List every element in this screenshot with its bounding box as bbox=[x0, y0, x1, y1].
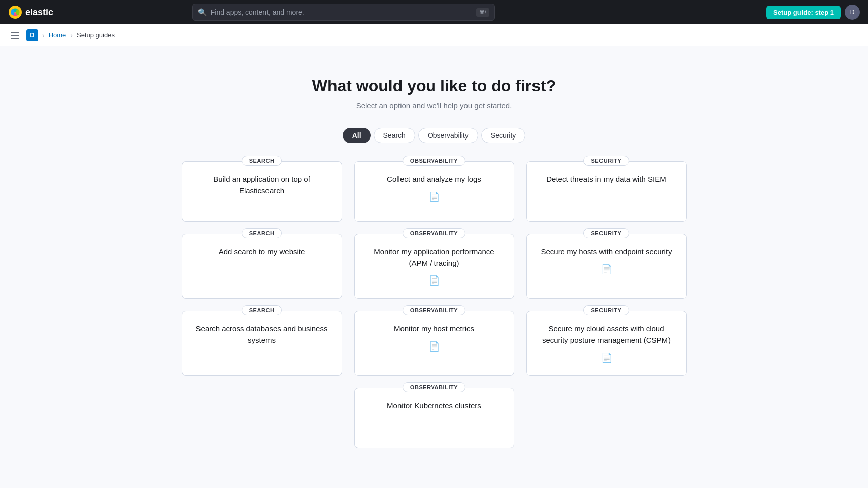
breadcrumb-home-link[interactable]: Home bbox=[49, 31, 66, 39]
card-badge-observability-4: OBSERVABILITY bbox=[403, 382, 465, 392]
page-subtitle: Select an option and we'll help you get … bbox=[356, 101, 512, 110]
breadcrumb-separator: › bbox=[42, 31, 45, 39]
card-monitor-host-metrics[interactable]: OBSERVABILITY Monitor my host metrics 📄 bbox=[354, 311, 514, 376]
card-build-application[interactable]: SEARCH Build an application on top of El… bbox=[182, 161, 342, 222]
svg-point-4 bbox=[16, 9, 20, 15]
card-detect-threats[interactable]: SECURITY Detect threats in my data with … bbox=[526, 161, 687, 222]
document-icon-1: 📄 bbox=[429, 191, 440, 202]
card-badge-search-1: SEARCH bbox=[242, 156, 282, 166]
card-secure-cloud[interactable]: SECURITY Secure my cloud assets with clo… bbox=[526, 311, 687, 376]
elastic-logo[interactable]: elastic bbox=[8, 5, 53, 19]
filter-tab-security[interactable]: Security bbox=[481, 128, 526, 143]
svg-point-0 bbox=[9, 6, 22, 19]
breadcrumb-bar: D › Home › Setup guides bbox=[0, 24, 868, 46]
card-add-search[interactable]: SEARCH Add search to my website bbox=[182, 234, 342, 299]
card-title-secure-cloud: Secure my cloud assets with cloud securi… bbox=[527, 323, 686, 346]
card-badge-search-3: SEARCH bbox=[242, 305, 282, 315]
card-badge-observability-1: OBSERVABILITY bbox=[403, 156, 465, 166]
document-icon-5: 📄 bbox=[601, 352, 612, 363]
filter-tab-observability[interactable]: Observability bbox=[418, 128, 478, 143]
breadcrumb-workspace-icon[interactable]: D bbox=[26, 29, 38, 41]
card-badge-observability-2: OBSERVABILITY bbox=[403, 228, 465, 238]
cards-grid: SEARCH Build an application on top of El… bbox=[182, 161, 687, 448]
hamburger-line bbox=[11, 35, 19, 36]
card-title-build-application: Build an application on top of Elasticse… bbox=[182, 174, 342, 196]
card-title-monitor-apm: Monitor my application performance (APM … bbox=[355, 246, 514, 269]
card-title-add-search: Add search to my website bbox=[207, 246, 317, 258]
card-monitor-kubernetes[interactable]: OBSERVABILITY Monitor Kubernetes cluster… bbox=[354, 388, 514, 448]
card-title-search-databases: Search across databases and business sys… bbox=[182, 323, 342, 346]
card-monitor-apm[interactable]: OBSERVABILITY Monitor my application per… bbox=[354, 234, 514, 299]
nav-right-actions: Setup guide: step 1 D bbox=[766, 5, 860, 20]
hamburger-menu-button[interactable] bbox=[8, 28, 22, 42]
setup-guide-button[interactable]: Setup guide: step 1 bbox=[766, 6, 841, 19]
top-navigation: elastic 🔍 Find apps, content, and more. … bbox=[0, 0, 868, 24]
search-shortcut: ⌘/ bbox=[476, 8, 489, 17]
card-secure-hosts[interactable]: SECURITY Secure my hosts with endpoint s… bbox=[526, 234, 687, 299]
search-icon: 🔍 bbox=[198, 8, 207, 16]
breadcrumb-separator-2: › bbox=[70, 31, 73, 39]
card-badge-security-1: SECURITY bbox=[583, 156, 629, 166]
card-badge-observability-3: OBSERVABILITY bbox=[403, 305, 465, 315]
document-icon-3: 📄 bbox=[601, 264, 612, 275]
elastic-logo-text: elastic bbox=[25, 7, 53, 18]
hamburger-line bbox=[11, 32, 19, 33]
main-content: What would you like to do first? Select … bbox=[0, 46, 868, 468]
card-badge-search-2: SEARCH bbox=[242, 228, 282, 238]
page-title: What would you like to do first? bbox=[312, 77, 556, 95]
card-search-databases[interactable]: SEARCH Search across databases and busin… bbox=[182, 311, 342, 376]
search-placeholder: Find apps, content, and more. bbox=[211, 8, 304, 16]
card-title-monitor-host-metrics: Monitor my host metrics bbox=[382, 323, 486, 335]
card-title-secure-hosts: Secure my hosts with endpoint security bbox=[528, 246, 684, 258]
user-avatar[interactable]: D bbox=[845, 5, 860, 20]
card-badge-security-2: SECURITY bbox=[583, 228, 629, 238]
filter-tab-all[interactable]: All bbox=[343, 128, 371, 143]
filter-tab-search[interactable]: Search bbox=[374, 128, 415, 143]
global-search-bar[interactable]: 🔍 Find apps, content, and more. ⌘/ bbox=[192, 4, 495, 21]
document-icon-2: 📄 bbox=[429, 275, 440, 286]
hamburger-line bbox=[11, 38, 19, 39]
breadcrumb-current-page: Setup guides bbox=[77, 31, 115, 39]
card-badge-security-3: SECURITY bbox=[583, 305, 629, 315]
elastic-logo-icon bbox=[8, 5, 22, 19]
document-icon-4: 📄 bbox=[429, 341, 440, 352]
card-title-monitor-kubernetes: Monitor Kubernetes clusters bbox=[375, 400, 493, 412]
filter-tabs: All Search Observability Security bbox=[343, 128, 526, 143]
card-collect-logs[interactable]: OBSERVABILITY Collect and analyze my log… bbox=[354, 161, 514, 222]
card-title-detect-threats: Detect threats in my data with SIEM bbox=[534, 174, 678, 185]
svg-point-3 bbox=[11, 9, 15, 15]
card-title-collect-logs: Collect and analyze my logs bbox=[375, 174, 493, 185]
